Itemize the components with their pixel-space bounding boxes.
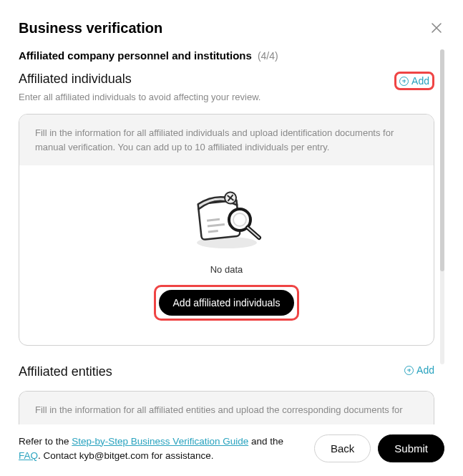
entities-panel: Fill in the information for all affiliat… — [19, 391, 434, 424]
highlight-add-button: Add affiliated individuals — [154, 285, 300, 321]
modal-title: Business verification — [19, 20, 162, 37]
modal-header: Business verification — [19, 20, 444, 37]
footer-actions: Back Submit — [314, 434, 444, 462]
no-data-text: No data — [210, 264, 243, 275]
modal-footer: Refer to the Step-by-Step Business Verif… — [19, 424, 444, 477]
section-title: Affiliated entities — [19, 364, 112, 379]
panel-note: Fill in the information for all affiliat… — [19, 115, 434, 165]
add-link-label: Add — [411, 75, 429, 87]
section-head: Affiliated entities Add — [19, 364, 434, 379]
panel-body: No data Add affiliated individuals — [19, 165, 434, 345]
footer-text-pre: Refer to the — [19, 436, 72, 447]
add-link-label: Add — [416, 364, 434, 376]
footer-text-post2: for assistance. — [149, 450, 214, 461]
close-button[interactable] — [429, 20, 444, 36]
section-title: Affiliated individuals — [19, 72, 132, 87]
add-individual-link[interactable]: Add — [399, 75, 429, 87]
section-head: Affiliated individuals Add — [19, 72, 434, 90]
footer-text-post1: . Contact — [38, 450, 79, 461]
step-title: Affiliated company personnel and institu… — [19, 49, 252, 62]
scrollbar-thumb[interactable] — [440, 49, 444, 271]
business-verification-modal: Business verification Affiliated company… — [0, 0, 463, 476]
panel-note: Fill in the information for all affiliat… — [19, 392, 434, 424]
modal-scroll-area: Affiliated company personnel and institu… — [19, 49, 444, 424]
footer-help-text: Refer to the Step-by-Step Business Verif… — [19, 434, 303, 464]
add-entity-link[interactable]: Add — [404, 364, 434, 376]
highlight-add-link: Add — [394, 72, 434, 90]
close-icon — [430, 21, 443, 34]
guide-link[interactable]: Step-by-Step Business Verification Guide — [72, 436, 248, 447]
plus-circle-icon — [404, 366, 414, 375]
svg-line-2 — [207, 219, 220, 220]
faq-link[interactable]: FAQ — [19, 450, 38, 461]
individuals-panel: Fill in the information for all affiliat… — [19, 114, 434, 346]
no-data-illustration — [184, 187, 270, 251]
add-individuals-button[interactable]: Add affiliated individuals — [159, 290, 295, 316]
submit-button[interactable]: Submit — [378, 434, 444, 462]
svg-line-4 — [208, 231, 218, 232]
footer-email: kyb@bitget.com — [79, 450, 149, 461]
section-affiliated-entities: Affiliated entities Add Fill in the info… — [19, 364, 434, 424]
footer-text-mid: and the — [248, 436, 283, 447]
section-affiliated-individuals: Affiliated individuals Add Enter all aff… — [19, 72, 434, 346]
step-count: (4/4) — [258, 50, 278, 62]
section-subtitle: Enter all affiliated individuals to avoi… — [19, 92, 434, 102]
back-button[interactable]: Back — [314, 434, 371, 462]
plus-circle-icon — [399, 77, 409, 86]
step-indicator: Affiliated company personnel and institu… — [19, 49, 434, 62]
